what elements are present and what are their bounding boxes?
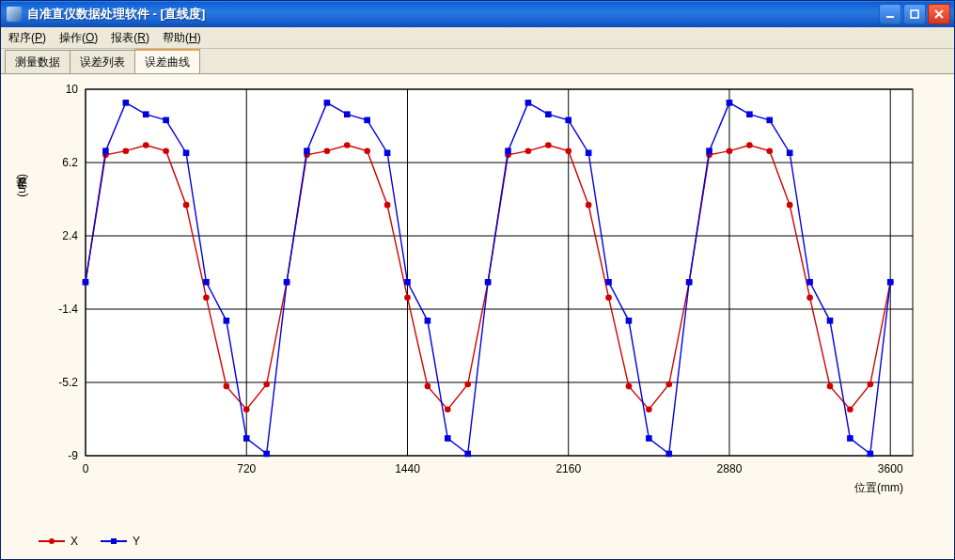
tab-error-list[interactable]: 误差列表 [70, 50, 135, 73]
svg-point-44 [364, 148, 370, 154]
svg-rect-80 [263, 451, 270, 458]
svg-point-68 [847, 406, 853, 412]
menu-help[interactable]: 帮助(H) [163, 30, 201, 46]
error-curve-chart: 07201440216028803600-9-5.2-1.42.46.210位置… [10, 80, 932, 521]
svg-point-32 [123, 148, 130, 154]
svg-point-69 [868, 381, 874, 388]
svg-text:-1.4: -1.4 [58, 303, 78, 316]
svg-point-62 [727, 148, 733, 154]
svg-point-67 [827, 383, 834, 390]
svg-rect-100 [665, 451, 672, 458]
window-title: 自准直仪数据处理软件 - [直线度] [27, 6, 205, 23]
svg-text:720: 720 [237, 462, 256, 475]
svg-point-42 [324, 148, 331, 154]
svg-text:1440: 1440 [395, 462, 420, 475]
svg-rect-97 [605, 279, 612, 286]
svg-text:6.2: 6.2 [62, 156, 78, 169]
svg-point-59 [665, 381, 672, 388]
svg-rect-106 [787, 149, 793, 156]
menu-program[interactable]: 程序(P) [8, 30, 46, 46]
svg-point-39 [263, 381, 270, 388]
chart-legend: X Y [39, 535, 140, 548]
svg-rect-95 [565, 117, 571, 124]
svg-point-47 [425, 383, 431, 390]
tab-strip: 测量数据 误差列表 误差曲线 [1, 49, 954, 74]
minimize-button[interactable] [879, 4, 901, 24]
menu-operate[interactable]: 操作(O) [59, 30, 98, 46]
svg-rect-77 [203, 279, 210, 286]
svg-point-49 [464, 381, 471, 388]
svg-rect-101 [686, 279, 693, 286]
maximize-button[interactable] [903, 4, 926, 24]
svg-point-55 [586, 202, 592, 209]
app-window: 自准直仪数据处理软件 - [直线度] 程序(P) 操作(O) 报表(R) 帮助(… [0, 0, 955, 560]
tab-measure-data[interactable]: 测量数据 [5, 50, 70, 73]
svg-point-43 [344, 142, 351, 148]
svg-point-45 [384, 202, 391, 209]
window-controls [879, 4, 950, 24]
svg-rect-98 [626, 318, 633, 324]
svg-point-56 [605, 294, 612, 301]
close-button[interactable] [928, 4, 950, 24]
svg-rect-78 [224, 318, 230, 324]
svg-point-36 [203, 294, 210, 301]
svg-point-46 [404, 294, 411, 301]
svg-point-63 [746, 142, 753, 148]
svg-rect-76 [183, 149, 190, 156]
svg-rect-1 [911, 10, 918, 18]
svg-text:位置(mm): 位置(mm) [854, 481, 903, 494]
svg-rect-96 [586, 149, 592, 156]
svg-point-66 [806, 294, 813, 301]
svg-rect-81 [284, 279, 290, 286]
svg-rect-104 [746, 111, 753, 117]
y-axis-label: 误差(um) [14, 174, 30, 197]
svg-point-37 [224, 383, 230, 390]
svg-rect-72 [102, 148, 109, 154]
legend-item-x: X [39, 535, 78, 548]
svg-rect-73 [123, 100, 130, 106]
svg-point-48 [445, 406, 451, 412]
svg-text:10: 10 [66, 83, 79, 96]
svg-rect-92 [505, 148, 511, 154]
svg-rect-90 [464, 451, 471, 458]
svg-text:2880: 2880 [717, 462, 743, 475]
svg-text:3600: 3600 [878, 462, 903, 475]
svg-rect-4 [86, 89, 913, 456]
svg-rect-110 [868, 451, 874, 458]
svg-point-33 [143, 142, 149, 148]
title-bar[interactable]: 自准直仪数据处理软件 - [直线度] [1, 1, 954, 27]
tab-error-curve[interactable]: 误差曲线 [134, 49, 200, 73]
svg-rect-87 [404, 279, 411, 286]
svg-rect-75 [163, 117, 169, 124]
svg-rect-74 [143, 111, 149, 117]
svg-rect-108 [827, 318, 834, 324]
chart-panel: 误差(um) 07201440216028803600-9-5.2-1.42.4… [1, 74, 954, 559]
svg-point-54 [565, 148, 571, 154]
svg-point-52 [525, 148, 532, 154]
svg-rect-84 [344, 111, 351, 117]
svg-rect-93 [525, 100, 532, 106]
svg-rect-111 [887, 279, 894, 286]
svg-point-58 [646, 406, 652, 412]
svg-text:2.4: 2.4 [62, 229, 78, 242]
svg-text:2160: 2160 [556, 462, 581, 475]
svg-point-65 [787, 202, 793, 209]
svg-rect-83 [324, 100, 331, 106]
svg-rect-79 [243, 435, 250, 442]
svg-rect-103 [727, 100, 733, 106]
svg-text:0: 0 [83, 462, 89, 475]
svg-rect-88 [425, 318, 431, 324]
menu-report[interactable]: 报表(R) [111, 30, 149, 46]
svg-rect-107 [806, 279, 813, 286]
svg-rect-71 [83, 279, 89, 286]
svg-rect-99 [646, 435, 652, 442]
svg-point-35 [183, 202, 190, 209]
svg-rect-105 [766, 117, 773, 124]
svg-point-34 [163, 148, 169, 154]
svg-text:-9: -9 [68, 449, 78, 462]
svg-rect-102 [706, 148, 712, 154]
svg-rect-86 [384, 149, 391, 156]
svg-point-53 [545, 142, 552, 148]
svg-rect-109 [847, 435, 853, 442]
svg-rect-91 [485, 279, 492, 286]
